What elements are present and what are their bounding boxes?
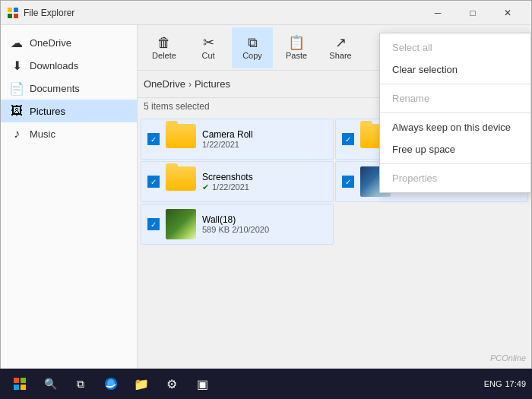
file-item-screenshots[interactable]: ✓ Screenshots ✔ 1/22/2021 [141,161,334,202]
edge-browser-button[interactable] [97,370,125,397]
context-menu-separator2 [380,112,530,113]
copy-button[interactable]: ⧉ Copy [232,27,273,68]
sidebar-item-onedrive[interactable]: ☁ OneDrive [1,31,137,54]
sidebar-item-music[interactable]: ♪ Music [1,122,137,145]
taskbar: 🔍 ⧉ 📁 ⚙ ▣ ENG 17:49 [0,369,532,399]
maximize-button[interactable]: □ [455,1,490,25]
sidebar-item-label: Music [30,128,55,140]
downloads-icon: ⬇ [10,59,24,72]
file-explorer-taskbar-button[interactable]: 📁 [128,370,155,397]
context-menu-properties: Properties [380,167,530,189]
sidebar-item-documents[interactable]: 📄 Documents [1,77,137,100]
sidebar-item-label: Pictures [30,106,65,117]
sidebar-item-label: OneDrive [30,37,71,49]
file-checkbox[interactable]: ✓ [342,133,354,145]
file-info: Camera Roll 1/22/2021 [202,129,327,149]
svg-rect-5 [21,378,26,383]
copy-icon: ⧉ [248,36,258,49]
file-item-camera-roll[interactable]: ✓ Camera Roll 1/22/2021 [141,119,334,160]
context-menu-separator3 [380,163,530,164]
file-name: Screenshots [202,172,327,182]
app-title: File Explorer [24,8,420,18]
context-menu-separator [380,84,530,84]
file-meta: 589 KB 2/10/2020 [202,225,327,234]
file-checkbox[interactable]: ✓ [147,133,160,145]
file-name: Wall(18) [202,214,327,225]
context-menu: Select all Clear selection Rename Always… [379,33,531,193]
search-button[interactable]: 🔍 [36,370,64,397]
breadcrumb-folder[interactable]: Pictures [195,78,230,90]
share-icon: ↗ [335,36,347,49]
svg-rect-7 [21,385,26,390]
file-name: Camera Roll [202,129,327,140]
file-checkbox[interactable]: ✓ [147,218,160,230]
paste-icon: 📋 [288,36,305,49]
system-tray: ENG 17:49 [484,379,526,388]
tray-time: 17:49 [505,379,526,388]
store-taskbar-button[interactable]: ▣ [188,370,216,397]
file-info: Screenshots ✔ 1/22/2021 [202,172,327,192]
breadcrumb-root[interactable]: OneDrive [144,78,185,90]
title-bar: File Explorer ─ □ ✕ [1,1,531,25]
context-menu-free-up-space[interactable]: Free up space [380,138,530,160]
delete-button[interactable]: 🗑 Delete [144,27,185,68]
window-controls: ─ □ ✕ [420,1,525,25]
sidebar-item-downloads[interactable]: ⬇ Downloads [1,54,137,77]
settings-taskbar-button[interactable]: ⚙ [158,370,185,397]
documents-icon: 📄 [10,81,24,95]
tray-lang: ENG [484,379,502,388]
sidebar-item-pictures[interactable]: 🖼 Pictures [1,100,137,122]
context-menu-rename: Rename [380,87,530,109]
svg-rect-0 [8,8,12,12]
start-button[interactable] [6,370,33,397]
file-item-wall18[interactable]: ✓ Wall(18) 589 KB 2/10/2020 [141,204,334,245]
file-meta: ✔ 1/22/2021 [202,182,327,192]
file-info: Wall(18) 589 KB 2/10/2020 [202,214,327,234]
task-view-button[interactable]: ⧉ [67,370,94,397]
file-thumbnail [166,166,196,197]
paste-button[interactable]: 📋 Paste [276,27,317,68]
svg-rect-1 [14,8,18,12]
delete-icon: 🗑 [157,36,171,49]
file-meta: 1/22/2021 [202,140,327,149]
file-thumbnail [166,124,196,154]
file-thumbnail [166,209,196,239]
file-checkbox[interactable]: ✓ [342,176,354,188]
watermark: PCOnline [490,353,526,363]
file-checkbox[interactable]: ✓ [147,176,160,188]
sidebar-item-label: Downloads [30,60,78,71]
minimize-button[interactable]: ─ [420,1,455,25]
svg-rect-4 [14,378,19,383]
close-button[interactable]: ✕ [490,1,525,25]
svg-rect-3 [14,14,18,18]
onedrive-icon: ☁ [10,36,24,49]
svg-rect-6 [14,385,19,390]
context-menu-clear-selection[interactable]: Clear selection [380,59,530,81]
music-icon: ♪ [10,127,24,141]
share-button[interactable]: ↗ Share [320,27,361,68]
sidebar-item-label: Documents [30,83,80,94]
app-icon [7,7,19,19]
sidebar: ☁ OneDrive ⬇ Downloads 📄 Documents 🖼 Pic… [1,25,138,369]
svg-rect-2 [8,14,12,18]
cut-button[interactable]: ✂ Cut [188,27,229,68]
sync-icon: ✔ [202,182,209,192]
breadcrumb-separator: › [188,79,192,90]
context-menu-select-all[interactable]: Select all [380,36,530,59]
cut-icon: ✂ [203,36,214,49]
context-menu-always-keep[interactable]: Always keep on this device [380,116,530,138]
pictures-icon: 🖼 [10,104,24,118]
